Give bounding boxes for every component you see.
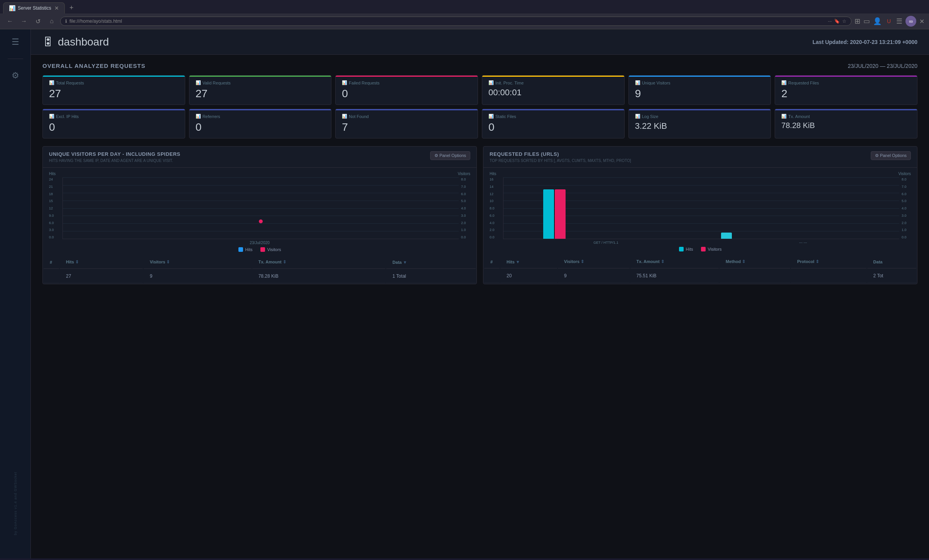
files-y-left-8: 16 [490,177,501,181]
visitors-panel-options-button[interactable]: ⚙ Panel Options [430,151,470,160]
files-legend-visitors: Visitors [701,247,722,251]
date-range: 23/JUL/2020 — 23/JUL/2020 [848,63,917,69]
stat-value-failed: 0 [342,88,471,100]
security-icon: ℹ [65,19,67,24]
address-more-icon: ··· [828,19,832,24]
stat-value-req-files: 2 [781,88,911,100]
files-panel-options-button[interactable]: ⚙ Panel Options [871,151,911,160]
files-panel-header: REQUESTED FILES (URLS) TOP REQUESTS SORT… [483,147,917,168]
files-row-data: 2 Tot [867,269,916,283]
stat-label-static: 📊 Static Files [488,114,618,119]
menu-icon[interactable]: ☰ [896,17,902,25]
watermark-text: by GoAccess v1.4 and GWSocket [14,472,17,535]
files-row-num [484,269,500,283]
visitors-chart-dot [259,219,263,223]
section-header: OVERALL ANALYZED REQUESTS 23/JUL/2020 — … [42,62,917,69]
stat-icon-req-files: 📊 [781,80,787,85]
files-row-method [720,269,790,283]
files-y-right-2: 2.0 [902,221,911,225]
y-axis-left-6: 18 [49,192,60,196]
extension-icon[interactable]: U [885,17,893,25]
stat-icon-log-size: 📊 [635,114,640,119]
y-axis-left-4: 12 [49,206,60,210]
visitors-row-data: 1 Total [386,270,476,283]
visitors-col-hits[interactable]: Hits ⇕ [60,256,143,269]
stats-grid: 📊 Total Requests 27 📊 Valid Requests 27 … [42,75,917,138]
browser-toolbar: ← → ↺ ⌂ ℹ file:///home/ayo/stats.html ··… [0,13,929,29]
y-axis-right-6: 6.0 [461,192,470,196]
visitors-col-data[interactable]: Data ▼ [386,256,476,269]
files-row-visitors: 9 [558,269,630,283]
files-col-protocol[interactable]: Protocol ⇕ [791,255,866,268]
y-axis-right-7: 7.0 [461,185,470,189]
stat-label-log-size: 📊 Log Size [635,114,765,119]
files-chart-hits-label: Hits [490,172,496,176]
files-y-right-4: 4.0 [902,206,911,210]
y-axis-left-7: 21 [49,185,60,189]
visitors-panel: UNIQUE VISITORS PER DAY - INCLUDING SPID… [42,146,477,284]
visitors-col-tx[interactable]: Tx. Amount ⇕ [252,256,386,269]
stat-icon-excl-ip: 📊 [49,114,54,119]
stat-value-static: 0 [488,121,618,133]
tab-close-button[interactable]: ✕ [54,5,59,11]
bookmark-icon: ☆ [842,19,846,24]
y-axis-left-1: 3.0 [49,228,60,232]
y-axis-right-2: 2.0 [461,221,470,225]
files-col-num[interactable]: # [484,255,500,268]
stat-value-excl-ip: 0 [49,121,179,133]
sidebar-toggle-icon[interactable]: ▭ [863,17,870,25]
visitors-row-tx: 78.28 KiB [252,270,386,283]
sidebar: ☰ ⚙ by GoAccess v1.4 and GWSocket [0,29,31,558]
tab-icon: 📊 [9,5,15,11]
address-bar[interactable]: ℹ file:///home/ayo/stats.html ··· 🔖 ☆ [60,17,851,26]
user-icon[interactable]: 👤 [873,17,882,25]
stat-label-referrers: 📊 Referrers [196,114,325,119]
stat-icon-not-found: 📊 [342,114,347,119]
sidebar-settings-icon[interactable]: ⚙ [12,71,19,81]
stat-card-log-size: 📊 Log Size 3.22 KiB [628,109,771,138]
visitors-panel-title: UNIQUE VISITORS PER DAY - INCLUDING SPID… [49,151,181,157]
sidebar-watermark: by GoAccess v1.4 and GWSocket [0,472,30,535]
close-window-icon[interactable]: ✕ [919,18,924,25]
visitors-legend-hits: Hits [238,247,253,252]
files-y-right-8: 8.0 [902,177,911,181]
dashboard-header: 🎛 dashboard Last Updated: 2020-07-23 13:… [31,29,929,55]
tab-title: Server Statistics [18,5,51,11]
files-panel: REQUESTED FILES (URLS) TOP REQUESTS SORT… [483,146,917,284]
stat-icon-tx: 📊 [781,114,787,119]
new-tab-button[interactable]: + [66,2,77,13]
y-axis-left-5: 15 [49,199,60,203]
files-col-data[interactable]: Data [867,255,916,268]
stat-icon-valid: 📊 [196,80,201,85]
back-button[interactable]: ← [5,16,15,27]
forward-button[interactable]: → [19,16,29,27]
tab-bar: 📊 Server Statistics ✕ + [0,0,929,13]
home-button[interactable]: ⌂ [46,16,57,27]
library-icon[interactable]: ⊞ [855,17,860,25]
y-axis-left-8: 24 [49,177,60,181]
files-col-hits[interactable]: Hits ▼ [500,255,557,268]
visitors-table-row: 27 9 78.28 KiB 1 Total [44,270,476,283]
sidebar-menu-icon[interactable]: ☰ [12,37,19,47]
stat-label-tx: 📊 Tx. Amount [781,114,911,119]
stat-icon-static: 📊 [488,114,494,119]
stat-label-not-found: 📊 Not Found [342,114,471,119]
avatar-button[interactable]: ∞ [905,16,916,27]
files-col-visitors[interactable]: Visitors ⇕ [558,255,630,268]
reload-button[interactable]: ↺ [32,16,43,27]
files-col-method[interactable]: Method ⇕ [720,255,790,268]
visitors-col-visitors[interactable]: Visitors ⇕ [144,256,251,269]
bar-1-visitors [555,189,566,239]
y-axis-right-5: 5.0 [461,199,470,203]
stat-label-total: 📊 Total Requests [49,80,179,85]
stat-label-proc: 📊 Init. Proc. Time [488,80,618,85]
visitors-col-num[interactable]: # [44,256,59,269]
stat-card-req-files: 📊 Requested Files 2 [775,75,917,105]
chart-x-label: 23/Jul/2020 [49,241,470,245]
stat-card-tx-amount: 📊 Tx. Amount 78.28 KiB [775,109,917,138]
files-legend-hits: Hits [679,247,693,251]
stat-card-not-found: 📊 Not Found 7 [335,109,478,138]
active-tab[interactable]: 📊 Server Statistics ✕ [3,2,65,13]
files-table-row: 20 9 75.51 KiB 2 Tot [484,269,916,283]
files-col-tx[interactable]: Tx. Amount ⇕ [630,255,719,268]
